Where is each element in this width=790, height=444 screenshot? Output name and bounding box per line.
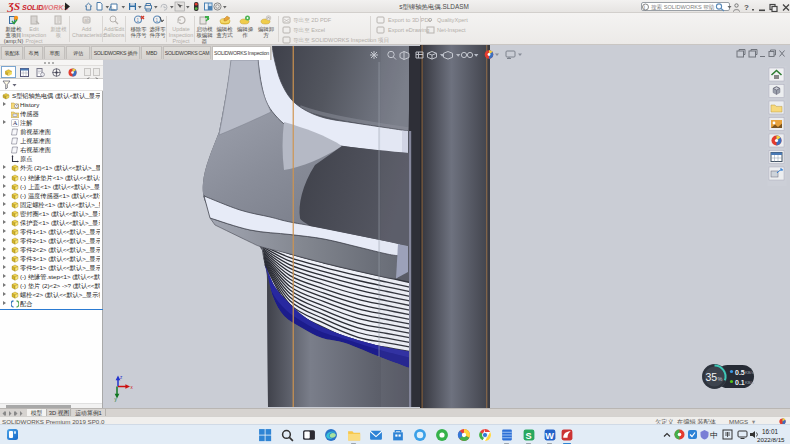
svg-text:W: W: [545, 431, 554, 441]
svg-text:%: %: [718, 376, 723, 382]
svg-text:A: A: [13, 119, 18, 126]
svg-text:35: 35: [706, 371, 718, 383]
svg-text:ƷS: ƷS: [7, 0, 20, 12]
svg-text:KB/s: KB/s: [745, 380, 754, 385]
svg-text:KB/s: KB/s: [745, 370, 754, 375]
svg-text:0.1: 0.1: [735, 379, 745, 386]
svg-text:ab: ab: [84, 17, 90, 23]
svg-text:0.5: 0.5: [735, 369, 745, 376]
svg-text:S: S: [525, 431, 531, 441]
svg-text:?: ?: [744, 3, 749, 12]
svg-text:i: i: [644, 4, 645, 10]
svg-text:1: 1: [155, 18, 158, 23]
svg-text:WORKS: WORKS: [42, 4, 69, 11]
svg-text:SOLID: SOLID: [22, 4, 43, 11]
svg-text:1: 1: [136, 18, 139, 23]
